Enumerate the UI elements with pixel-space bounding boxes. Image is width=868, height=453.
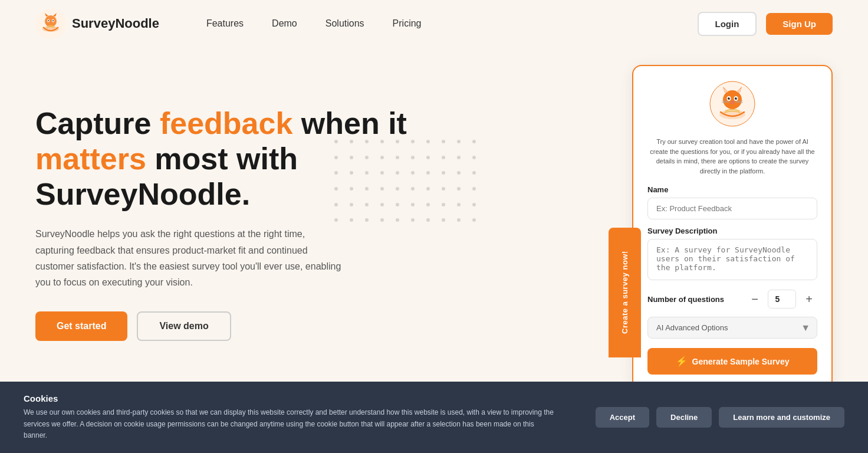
ai-options-wrapper: AI Advanced Options ▼ — [647, 317, 817, 339]
view-demo-button[interactable]: View demo — [137, 311, 231, 341]
increase-questions-button[interactable]: + — [801, 291, 817, 307]
svg-point-22 — [736, 97, 737, 98]
hero-section: Capture feedback when itmatters most wit… — [0, 47, 868, 401]
cat-mascot — [647, 80, 817, 127]
decline-cookies-button[interactable]: Decline — [656, 407, 712, 428]
description-label: Survey Description — [647, 226, 817, 235]
logo-icon — [35, 8, 66, 39]
nav-actions: Login Sign Up — [698, 12, 833, 36]
cookie-row: Cookies We use our own cookies and third… — [24, 393, 844, 441]
num-questions-label: Number of questions — [647, 295, 739, 304]
svg-point-12 — [723, 90, 742, 109]
svg-point-9 — [50, 22, 52, 23]
login-button[interactable]: Login — [698, 12, 757, 36]
card-description: Try our survey creation tool and have th… — [647, 137, 817, 176]
cookie-actions: Accept Decline Learn more and customize — [596, 407, 844, 428]
learn-more-cookies-button[interactable]: Learn more and customize — [719, 407, 844, 428]
logo-text: SurveyNoodle — [72, 16, 159, 31]
hero-title-part1: Capture — [35, 106, 160, 140]
generate-survey-button[interactable]: ⚡ Generate Sample Survey — [647, 348, 817, 375]
name-label: Name — [647, 185, 817, 194]
cookie-text: We use our own cookies and third-party c… — [24, 407, 554, 441]
svg-point-8 — [52, 20, 54, 21]
hero-title-feedback: feedback — [160, 106, 292, 140]
svg-point-21 — [729, 97, 729, 98]
survey-card: Try our survey creation tool and have th… — [632, 65, 833, 390]
nav-features[interactable]: Features — [206, 18, 244, 29]
dot-grid-decoration: // Render dots (function(){ const grid =… — [330, 136, 484, 230]
svg-point-23 — [731, 101, 734, 103]
survey-description-input[interactable] — [647, 239, 817, 280]
nav-pricing[interactable]: Pricing — [393, 18, 422, 29]
cookie-banner: Cookies We use our own cookies and third… — [0, 382, 868, 453]
signup-button[interactable]: Sign Up — [766, 13, 833, 35]
ai-advanced-options-select[interactable]: AI Advanced Options — [647, 317, 817, 339]
generate-button-label: Generate Sample Survey — [692, 357, 790, 366]
hero-title-matters: matters — [35, 142, 146, 176]
nav-links: Features Demo Solutions Pricing — [206, 18, 422, 29]
cookie-title: Cookies — [24, 393, 596, 403]
num-questions-row: Number of questions − + — [647, 290, 817, 308]
accept-cookies-button[interactable]: Accept — [596, 407, 649, 428]
nav-solutions[interactable]: Solutions — [326, 18, 364, 29]
hero-subtitle: SurveyNoodle helps you ask the right que… — [35, 226, 342, 290]
logo-link[interactable]: SurveyNoodle — [35, 8, 159, 39]
survey-card-wrapper: Create a survey now! — [632, 65, 833, 390]
survey-name-input[interactable] — [647, 198, 817, 219]
spark-icon: ⚡ — [676, 356, 688, 367]
cookie-content: Cookies We use our own cookies and third… — [24, 393, 596, 441]
create-tab: Create a survey now! — [609, 228, 641, 357]
nav-demo[interactable]: Demo — [272, 18, 297, 29]
navbar: SurveyNoodle Features Demo Solutions Pri… — [0, 0, 868, 47]
decrease-questions-button[interactable]: − — [747, 291, 763, 307]
get-started-button[interactable]: Get started — [35, 311, 127, 341]
mascot-icon — [709, 80, 756, 127]
svg-point-7 — [48, 20, 49, 21]
questions-count-input[interactable] — [768, 290, 796, 308]
hero-buttons: Get started View demo — [35, 311, 425, 341]
num-questions-control: − + — [747, 290, 817, 308]
